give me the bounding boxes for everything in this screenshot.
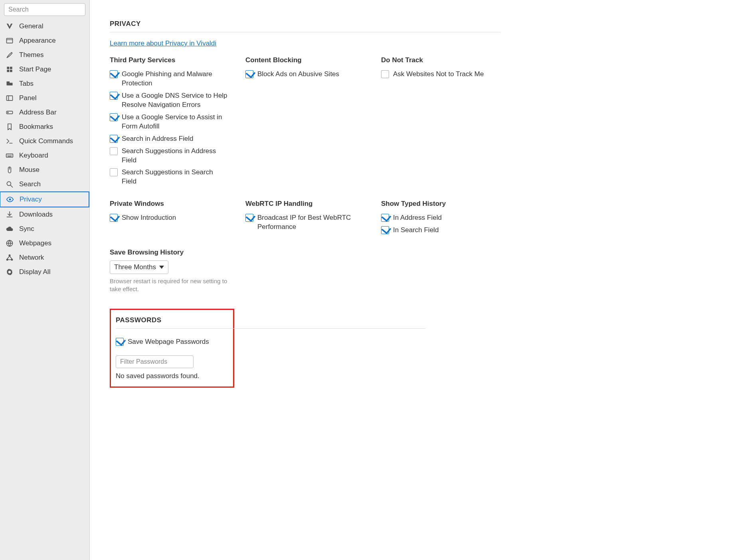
settings-main: PRIVACY Learn more about Privacy in Viva… xyxy=(90,0,755,560)
svg-rect-0 xyxy=(7,38,13,43)
checkbox-label: Google Phishing and Malware Protection xyxy=(122,70,229,88)
sidebar-item-mouse[interactable]: Mouse xyxy=(0,163,89,177)
sidebar-item-label: General xyxy=(19,22,43,30)
checkbox-icon xyxy=(110,92,118,100)
logo-icon xyxy=(6,22,14,30)
svg-point-11 xyxy=(8,112,8,113)
address-icon xyxy=(6,108,14,116)
third-party-checkbox-0[interactable]: Google Phishing and Malware Protection xyxy=(110,68,229,90)
webrtc-checkbox-0[interactable]: Broadcast IP for Best WebRTC Performance xyxy=(245,212,365,233)
passwords-heading: PASSWORDS xyxy=(116,316,226,324)
window-icon xyxy=(6,37,14,45)
chevron-down-icon xyxy=(159,266,164,269)
sidebar-item-label: Search xyxy=(19,180,41,188)
checkbox-icon xyxy=(110,135,118,143)
sidebar-search-wrap xyxy=(0,3,89,19)
quick-icon xyxy=(6,137,14,145)
sidebar-item-search[interactable]: Search xyxy=(0,177,89,191)
show-typed-checkbox-0[interactable]: In Address Field xyxy=(381,212,501,224)
cloud-icon xyxy=(6,225,14,233)
sidebar-item-label: Sync xyxy=(19,225,34,233)
checkbox-icon xyxy=(110,70,118,78)
sidebar-item-display-all[interactable]: Display All xyxy=(0,265,89,279)
sidebar-item-downloads[interactable]: Downloads xyxy=(0,207,89,222)
sidebar-item-keyboard[interactable]: Keyboard xyxy=(0,148,89,163)
bookmark-icon xyxy=(6,123,14,131)
content-blocking-group: Content Blocking Block Ads on Abusive Si… xyxy=(245,56,365,188)
eye-icon xyxy=(6,195,14,203)
checkbox-icon xyxy=(381,70,389,78)
save-passwords-checkbox[interactable]: Save Webpage Passwords xyxy=(116,336,226,348)
save-history-hint: Browser restart is required for new sett… xyxy=(110,277,229,293)
third-party-checkbox-1[interactable]: Use a Google DNS Service to Help Resolve… xyxy=(110,90,229,111)
sidebar-item-general[interactable]: General xyxy=(0,19,89,34)
download-icon xyxy=(6,211,14,219)
sidebar-item-label: Keyboard xyxy=(19,152,48,160)
sidebar-search-input[interactable] xyxy=(4,3,85,16)
sidebar-item-quick-commands[interactable]: Quick Commands xyxy=(0,134,89,148)
checkbox-label: Search in Address Field xyxy=(122,134,194,144)
svg-rect-13 xyxy=(6,154,13,157)
sidebar-item-panel[interactable]: Panel xyxy=(0,91,89,105)
save-history-title: Save Browsing History xyxy=(110,248,501,256)
passwords-divider xyxy=(116,328,425,329)
sidebar-item-webpages[interactable]: Webpages xyxy=(0,236,89,250)
checkbox-label: Search Suggestions in Address Field xyxy=(122,147,229,165)
sidebar-item-label: Appearance xyxy=(19,37,56,45)
sidebar-item-start-page[interactable]: Start Page xyxy=(0,62,89,77)
checkbox-label: In Address Field xyxy=(393,213,442,223)
svg-rect-6 xyxy=(7,83,13,86)
privacy-learn-more-link[interactable]: Learn more about Privacy in Vivaldi xyxy=(110,39,216,47)
checkbox-label: Show Introduction xyxy=(122,213,176,223)
network-icon xyxy=(6,254,14,262)
checkbox-icon xyxy=(381,226,389,234)
privacy-heading: PRIVACY xyxy=(110,20,501,32)
private-windows-title: Private Windows xyxy=(110,200,229,208)
sidebar-item-network[interactable]: Network xyxy=(0,250,89,265)
checkbox-label: Use a Google DNS Service to Help Resolve… xyxy=(122,91,229,110)
tab-icon xyxy=(6,80,14,88)
do-not-track-group: Do Not Track Ask Websites Not to Track M… xyxy=(381,56,501,188)
sidebar-item-privacy[interactable]: Privacy xyxy=(0,191,89,207)
third-party-group: Third Party Services Google Phishing and… xyxy=(110,56,229,188)
settings-sidebar: GeneralAppearanceThemesStart PageTabsPan… xyxy=(0,0,90,560)
checkbox-icon xyxy=(116,338,124,346)
third-party-checkbox-2[interactable]: Use a Google Service to Assist in Form A… xyxy=(110,111,229,133)
sidebar-item-bookmarks[interactable]: Bookmarks xyxy=(0,120,89,134)
do-not-track-checkbox-0[interactable]: Ask Websites Not to Track Me xyxy=(381,68,501,81)
sidebar-item-address-bar[interactable]: Address Bar xyxy=(0,105,89,120)
svg-rect-5 xyxy=(10,70,12,72)
sidebar-item-tabs[interactable]: Tabs xyxy=(0,77,89,91)
sidebar-item-sync[interactable]: Sync xyxy=(0,222,89,236)
svg-line-30 xyxy=(10,256,12,259)
save-history-select[interactable]: Three Months xyxy=(110,260,168,274)
checkbox-icon xyxy=(245,214,253,222)
svg-rect-4 xyxy=(7,70,9,72)
webrtc-group: WebRTC IP Handling Broadcast IP for Best… xyxy=(245,200,365,237)
content-blocking-checkbox-0[interactable]: Block Ads on Abusive Sites xyxy=(245,68,365,81)
checkbox-label: Broadcast IP for Best WebRTC Performance xyxy=(257,213,365,232)
svg-rect-7 xyxy=(7,81,10,83)
sidebar-item-label: Quick Commands xyxy=(19,137,73,145)
third-party-checkbox-3[interactable]: Search in Address Field xyxy=(110,133,229,145)
checkbox-label: Ask Websites Not to Track Me xyxy=(393,70,484,79)
do-not-track-title: Do Not Track xyxy=(381,56,501,64)
filter-passwords-input[interactable] xyxy=(116,355,194,368)
third-party-checkbox-4[interactable]: Search Suggestions in Address Field xyxy=(110,145,229,167)
save-history-group: Save Browsing History Three Months Brows… xyxy=(110,248,501,293)
show-typed-checkbox-1[interactable]: In Search Field xyxy=(381,224,501,237)
sidebar-item-themes[interactable]: Themes xyxy=(0,48,89,62)
svg-point-23 xyxy=(9,199,11,201)
sidebar-item-appearance[interactable]: Appearance xyxy=(0,34,89,48)
checkbox-icon xyxy=(110,113,118,121)
svg-line-29 xyxy=(7,256,10,259)
third-party-checkbox-5[interactable]: Search Suggestions in Search Field xyxy=(110,166,229,188)
sidebar-item-label: Mouse xyxy=(19,166,40,174)
grid-icon xyxy=(6,65,14,73)
private-windows-checkbox-0[interactable]: Show Introduction xyxy=(110,212,229,224)
show-typed-title: Show Typed History xyxy=(381,200,501,208)
webrtc-title: WebRTC IP Handling xyxy=(245,200,365,208)
third-party-title: Third Party Services xyxy=(110,56,229,64)
sidebar-item-label: Themes xyxy=(19,51,43,59)
gear-icon xyxy=(6,268,14,276)
